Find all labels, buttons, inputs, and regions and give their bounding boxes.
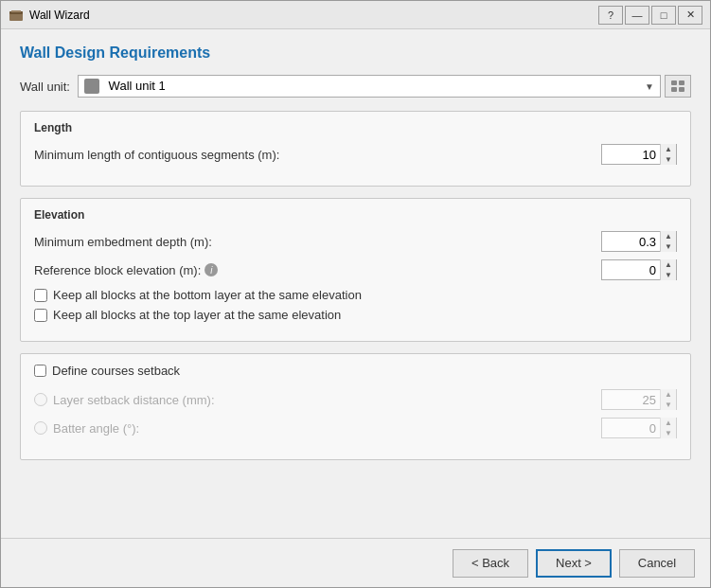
setback-header: Define courses setback (34, 364, 677, 378)
min-embedment-spin-down[interactable]: ▼ (661, 241, 676, 252)
top-layer-checkbox[interactable] (34, 309, 47, 322)
batter-angle-spin-up: ▲ (661, 418, 676, 428)
layer-setback-spinbox: ▲ ▼ (601, 389, 677, 410)
batter-angle-input (602, 421, 660, 436)
back-button[interactable]: < Back (453, 549, 528, 578)
ref-block-spin-buttons: ▲ ▼ (660, 259, 676, 280)
bottom-layer-label[interactable]: Keep all blocks at the bottom layer at t… (53, 288, 362, 302)
length-section-label: Length (34, 121, 677, 134)
next-button[interactable]: Next > (536, 549, 612, 578)
wall-unit-label: Wall unit: (20, 80, 70, 94)
min-length-row: Minimum length of contiguous segments (m… (34, 144, 677, 165)
content-area: Wall Design Requirements Wall unit: Wall… (1, 29, 710, 538)
batter-angle-spinbox: ▲ ▼ (601, 418, 677, 438)
min-embedment-spin-buttons: ▲ ▼ (660, 231, 676, 252)
min-length-spin-up[interactable]: ▲ (661, 144, 676, 154)
define-setback-checkbox[interactable] (34, 365, 46, 377)
title-bar-controls: ? — □ ✕ (598, 6, 702, 25)
wall-unit-dropdown-container: Wall unit 1 ▼ (78, 75, 691, 98)
wall-unit-value: Wall unit 1 (84, 79, 166, 95)
batter-angle-radio[interactable] (34, 421, 47, 435)
layer-setback-label: Layer setback distance (mm): (53, 393, 601, 407)
cancel-button[interactable]: Cancel (619, 549, 695, 578)
min-embedment-label: Minimum embedment depth (m): (34, 235, 601, 249)
layer-setback-spin-buttons: ▲ ▼ (660, 389, 676, 410)
layer-setback-input (602, 393, 660, 407)
top-layer-checkbox-row: Keep all blocks at the top layer at the … (34, 308, 677, 322)
title-bar-title: Wall Wizard (29, 9, 598, 22)
min-length-label: Minimum length of contiguous segments (m… (34, 148, 601, 162)
layer-setback-spin-up: ▲ (661, 389, 676, 400)
ref-block-spinbox[interactable]: ▲ ▼ (601, 259, 677, 280)
dropdown-arrow-icon: ▼ (645, 81, 654, 92)
svg-rect-6 (679, 87, 684, 92)
ref-block-row: Reference block elevation (m): i ▲ ▼ (34, 259, 677, 280)
elevation-section-label: Elevation (34, 208, 677, 222)
window: Wall Wizard ? — □ ✕ Wall Design Requirem… (0, 0, 711, 588)
ref-block-spin-up[interactable]: ▲ (661, 259, 676, 270)
layer-setback-spin-down: ▼ (661, 400, 676, 410)
layer-setback-radio[interactable] (34, 393, 47, 406)
min-length-spinbox[interactable]: ▲ ▼ (601, 144, 677, 165)
min-embedment-row: Minimum embedment depth (m): ▲ ▼ (34, 231, 677, 252)
batter-angle-row: Batter angle (°): ▲ ▼ (34, 418, 677, 438)
svg-rect-5 (671, 87, 677, 92)
define-setback-label[interactable]: Define courses setback (52, 364, 180, 378)
wall-unit-row: Wall unit: Wall unit 1 ▼ (20, 75, 691, 98)
bottom-layer-checkbox-row: Keep all blocks at the bottom layer at t… (34, 288, 677, 302)
ref-block-spin-down[interactable]: ▼ (661, 270, 676, 280)
page-title: Wall Design Requirements (20, 45, 691, 62)
minimize-button[interactable]: — (625, 6, 649, 25)
title-bar-icon (9, 8, 24, 23)
close-button[interactable]: ✕ (678, 6, 702, 25)
help-button[interactable]: ? (598, 6, 623, 25)
min-embedment-spin-up[interactable]: ▲ (661, 231, 676, 241)
min-embedment-input[interactable] (602, 235, 660, 249)
batter-angle-label: Batter angle (°): (53, 421, 601, 436)
svg-rect-4 (679, 80, 684, 85)
wall-unit-settings-button[interactable] (665, 75, 691, 98)
setback-section: Define courses setback Layer setback dis… (20, 353, 691, 460)
wall-unit-dropdown[interactable]: Wall unit 1 ▼ (78, 75, 661, 98)
ref-block-label: Reference block elevation (m): i (34, 263, 601, 277)
ref-block-input[interactable] (602, 263, 660, 277)
length-section: Length Minimum length of contiguous segm… (20, 111, 691, 187)
min-length-spin-buttons: ▲ ▼ (660, 144, 676, 165)
batter-angle-spin-down: ▼ (661, 428, 676, 438)
top-layer-label[interactable]: Keep all blocks at the top layer at the … (53, 308, 341, 322)
maximize-button[interactable]: □ (651, 6, 676, 25)
bottom-layer-checkbox[interactable] (34, 289, 47, 302)
footer: < Back Next > Cancel (1, 538, 710, 587)
min-length-input[interactable] (602, 148, 660, 162)
min-length-spin-down[interactable]: ▼ (661, 154, 676, 165)
layer-setback-row: Layer setback distance (mm): ▲ ▼ (34, 389, 677, 410)
svg-rect-2 (11, 10, 21, 12)
ref-block-info-icon[interactable]: i (204, 263, 218, 276)
batter-angle-spin-buttons: ▲ ▼ (660, 418, 676, 438)
svg-rect-3 (671, 80, 677, 85)
elevation-section: Elevation Minimum embedment depth (m): ▲… (20, 198, 691, 342)
title-bar: Wall Wizard ? — □ ✕ (1, 1, 710, 29)
min-embedment-spinbox[interactable]: ▲ ▼ (601, 231, 677, 252)
